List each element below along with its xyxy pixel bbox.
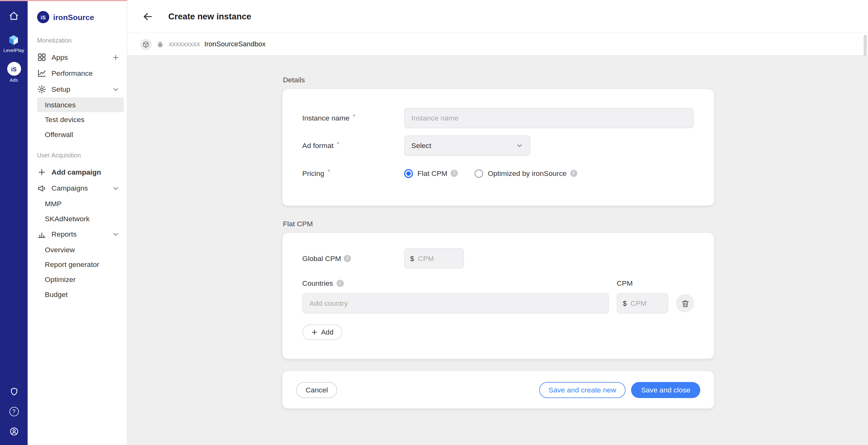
app-name: IronSourceSandbox [204,40,266,48]
save-and-close-button[interactable]: Save and close [631,382,700,398]
app-cube-icon [140,38,152,50]
user-icon [9,427,19,436]
required-mark: * [328,168,330,176]
sidebar-item-campaigns-label: Campaigns [52,184,88,192]
info-icon[interactable] [451,170,458,177]
sidebar-item-add-campaign[interactable]: Add campaign [28,164,127,180]
cpm-column-label: CPM [617,279,668,287]
app-context-bar: xxxxxxxxx IronSourceSandbox [127,33,868,56]
chevron-down-icon[interactable] [112,184,120,192]
sidebar-item-apps-label: Apps [52,53,68,61]
pricing-radio-group: Flat CPM Optimized by ironSource [404,169,577,178]
rail-item-privacy[interactable] [9,387,19,397]
required-mark: * [337,140,339,148]
radio-unselected-icon [474,169,483,178]
sidebar-item-instances[interactable]: Instances [37,97,124,112]
chevron-down-icon[interactable] [112,230,120,238]
flat-cpm-card: Global CPM $ Countries CPM [282,233,714,359]
sidebar-item-report-generator[interactable]: Report generator [37,257,124,272]
rail-item-account[interactable] [9,427,19,436]
sidebar-item-offerwall[interactable]: Offerwall [37,127,124,142]
scrollbar-thumb[interactable] [864,35,867,56]
home-icon [9,11,19,21]
android-icon [156,40,164,48]
plus-icon [37,167,46,177]
sidebar-item-skadnetwork[interactable]: SKAdNetwork [37,211,124,226]
global-cpm-label: Global CPM [302,254,404,263]
sidebar-item-reports-label: Reports [52,230,76,238]
sidebar-item-apps[interactable]: Apps [28,49,127,65]
app-root: LevelPlay iS Ads ? iS ironSource Monetiz… [0,0,868,445]
ironsource-logo-text: ironSource [53,13,94,22]
sidebar: iS ironSource Monetization Apps Performa… [28,0,127,445]
sidebar-item-performance-label: Performance [52,69,92,77]
country-cpm-input[interactable] [630,299,662,307]
country-cpm-field: $ [617,293,668,313]
arrow-left-icon [142,10,154,23]
instance-name-input[interactable] [404,108,694,128]
ad-format-select[interactable]: Select [404,136,530,156]
trash-icon [681,299,689,308]
global-cpm-input[interactable] [418,254,458,263]
delete-country-row-button[interactable] [676,294,694,312]
currency-symbol: $ [623,300,626,307]
rail-item-help[interactable]: ? [9,407,19,416]
performance-icon [37,69,46,78]
ad-format-label: Ad format* [302,141,404,149]
page-header: Create new instance [127,0,868,33]
sidebar-item-budget[interactable]: Budget [37,287,124,302]
countries-header-row: Countries CPM [302,279,694,287]
add-app-icon[interactable] [112,53,120,61]
currency-symbol: $ [410,255,414,263]
app-id: xxxxxxxxx [169,40,200,48]
sidebar-item-test-devices[interactable]: Test devices [37,112,124,127]
rail-item-home[interactable] [9,11,19,21]
pricing-label: Pricing* [302,169,404,177]
main: Create new instance xxxxxxxxx IronSource… [127,0,868,445]
save-and-create-new-button[interactable]: Save and create new [539,382,626,398]
pricing-optimized-radio[interactable]: Optimized by ironSource [474,169,577,178]
product-rail: LevelPlay iS Ads ? [0,0,28,445]
chevron-down-icon [516,142,523,149]
pricing-flat-cpm-radio[interactable]: Flat CPM [404,169,458,178]
instance-name-row: Instance name* [302,108,694,128]
megaphone-icon [37,184,46,193]
sidebar-item-mmp[interactable]: MMP [37,196,124,211]
rail-label-levelplay: LevelPlay [3,47,25,53]
pricing-row: Pricing* Flat CPM Optimized by ironSourc… [302,163,694,183]
sidebar-item-optimizer[interactable]: Optimizer [37,272,124,287]
add-country-button-label: Add [321,328,333,336]
info-icon[interactable] [336,280,343,287]
ad-format-value: Select [411,141,432,149]
rail-label-ads: Ads [10,77,18,83]
apps-icon [37,53,46,62]
required-mark: * [353,113,355,121]
rail-item-levelplay[interactable]: LevelPlay [3,34,25,53]
sidebar-section-monetization: Monetization [37,37,127,43]
sidebar-item-add-campaign-label: Add campaign [52,168,101,176]
levelplay-icon [8,34,20,46]
sidebar-item-overview[interactable]: Overview [37,242,124,257]
sidebar-item-campaigns[interactable]: Campaigns [28,180,127,196]
cancel-button[interactable]: Cancel [296,382,338,398]
ironsource-logo[interactable]: iS ironSource [28,0,127,23]
sidebar-item-reports[interactable]: Reports [28,226,127,242]
rail-item-ads[interactable]: iS Ads [7,62,21,83]
country-input[interactable] [302,293,609,313]
chevron-down-icon[interactable] [112,85,120,93]
radio-selected-icon [404,169,413,178]
optimized-option-label: Optimized by ironSource [488,169,566,177]
shield-icon [9,387,19,397]
sidebar-item-performance[interactable]: Performance [28,65,127,81]
footer-actions-card: Cancel Save and create new Save and clos… [282,371,714,408]
info-icon[interactable] [344,255,351,262]
details-section-label: Details [283,76,868,84]
add-country-button[interactable]: Add [302,324,342,340]
flat-cpm-section-label: Flat CPM [283,219,868,228]
gear-icon [37,84,46,94]
info-icon[interactable] [570,170,577,177]
back-button[interactable] [142,10,154,23]
sidebar-item-setup[interactable]: Setup [28,81,127,97]
bar-chart-icon [37,229,46,239]
country-row: $ [302,293,694,313]
